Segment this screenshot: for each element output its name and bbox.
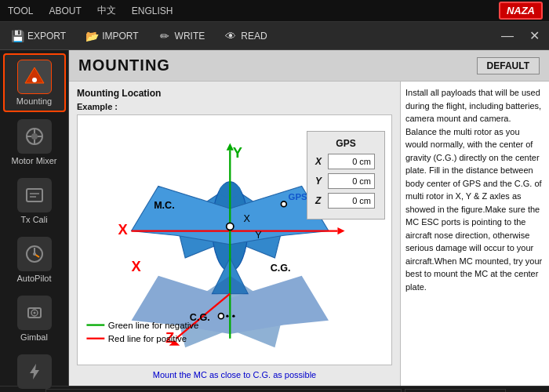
control-mode-status: CONTROL MODE — [405, 389, 505, 393]
import-button[interactable]: 📂 IMPORT — [79, 25, 144, 47]
title-bar: TOOL ABOUT 中文 ENGLISH NAZA — [0, 0, 549, 22]
example-label: Example : — [77, 102, 392, 111]
read-icon: 👁 — [224, 29, 238, 43]
svg-text:X: X — [118, 221, 128, 238]
menu-about[interactable]: ABOUT — [47, 2, 82, 20]
default-button[interactable]: DEFAULT — [477, 57, 540, 74]
menu-tool[interactable]: TOOL — [6, 2, 35, 20]
mc-output-status: MC Output Off — [45, 389, 402, 393]
svg-text:GPS: GPS — [289, 192, 307, 201]
svg-marker-27 — [230, 276, 329, 334]
svg-point-44 — [232, 314, 235, 317]
sidebar-item-gimbal[interactable]: Gimbal — [3, 290, 66, 347]
main-layout: Mounting Motor Mixer — [0, 50, 549, 386]
svg-text:Green line for negative: Green line for negative — [108, 321, 198, 330]
diagram-area: X Y Z X — [77, 114, 392, 365]
naza-logo: NAZA — [499, 2, 543, 20]
gps-x-row: X — [315, 154, 376, 169]
gps-y-row: Y — [315, 173, 376, 189]
gps-x-label: X — [315, 156, 328, 167]
gps-panel: GPS X Y Z — [307, 131, 385, 220]
svg-point-14 — [33, 252, 36, 256]
import-icon: 📂 — [85, 29, 99, 43]
mounting-left: Mounting Location Example : — [69, 82, 400, 386]
gps-z-row: Z — [315, 193, 376, 209]
svg-point-3 — [31, 133, 38, 140]
svg-point-39 — [227, 223, 234, 230]
svg-point-17 — [33, 312, 35, 314]
svg-text:X: X — [132, 258, 142, 274]
read-button[interactable]: 👁 READ — [218, 25, 272, 47]
section-title: Mounting Location — [77, 88, 392, 99]
page-header: MOUNTING DEFAULT — [69, 50, 549, 82]
svg-rect-8 — [27, 189, 42, 201]
svg-point-43 — [226, 314, 228, 317]
svg-text:Red line for positive: Red line for positive — [108, 334, 187, 343]
sidebar-item-voltage[interactable]: Voltage — [3, 349, 66, 392]
menu-chinese[interactable]: 中文 — [96, 1, 118, 20]
mounting-icon — [17, 60, 52, 94]
gps-y-label: Y — [315, 176, 328, 187]
write-icon: ✏ — [158, 29, 172, 43]
sidebar-label-gimbal: Gimbal — [20, 332, 48, 342]
gimbal-icon — [17, 296, 52, 330]
svg-point-42 — [218, 314, 224, 319]
svg-text:C.G.: C.G. — [271, 263, 291, 274]
svg-text:M.C.: M.C. — [154, 200, 175, 211]
sidebar-item-motormixer[interactable]: Motor Mixer — [3, 114, 66, 171]
autopilot-icon — [17, 237, 52, 271]
close-button[interactable]: ✕ — [525, 27, 544, 45]
svg-point-46 — [281, 201, 286, 207]
sidebar-item-autopilot[interactable]: AutoPilot — [3, 231, 66, 289]
svg-text:Y: Y — [233, 144, 242, 161]
sidebar-label-motormixer: Motor Mixer — [11, 156, 56, 165]
page-title: MOUNTING — [78, 56, 170, 74]
motormixer-icon — [17, 119, 52, 154]
mount-note: Mount the MC as close to C.G. as possibl… — [77, 370, 392, 379]
write-button[interactable]: ✏ WRITE — [152, 25, 211, 47]
gps-z-input[interactable] — [328, 193, 375, 209]
sidebar-item-txcali[interactable]: Tx Cali — [3, 172, 66, 230]
sidebar-label-txcali: Tx Cali — [20, 215, 47, 224]
menu-english[interactable]: ENGLISH — [130, 2, 175, 20]
voltage-icon — [17, 354, 52, 389]
gps-y-input[interactable] — [328, 173, 375, 189]
description-text: Install all payloads that will be used d… — [405, 88, 542, 292]
gps-x-input[interactable] — [328, 154, 375, 169]
export-icon: 💾 — [10, 29, 24, 43]
sidebar: Mounting Motor Mixer — [0, 50, 69, 386]
svg-marker-30 — [337, 227, 344, 234]
gps-z-label: Z — [315, 195, 328, 206]
svg-marker-21 — [132, 186, 231, 244]
svg-point-1 — [32, 78, 37, 82]
svg-marker-18 — [30, 364, 39, 379]
sidebar-item-mounting[interactable]: Mounting — [3, 53, 66, 112]
right-description-panel[interactable]: Install all payloads that will be used d… — [400, 82, 549, 386]
toolbar: 💾 EXPORT 📂 IMPORT ✏ WRITE 👁 READ — ✕ — [0, 22, 549, 50]
svg-text:X: X — [243, 213, 250, 224]
window-controls: — ✕ — [496, 27, 544, 45]
txcali-icon — [17, 178, 52, 212]
export-button[interactable]: 💾 EXPORT — [5, 25, 71, 47]
gps-title: GPS — [315, 138, 376, 149]
svg-text:Y: Y — [255, 230, 262, 241]
content-area: MOUNTING DEFAULT Mounting Location Examp… — [69, 50, 549, 386]
mounting-body: Mounting Location Example : — [69, 82, 549, 386]
sidebar-label-autopilot: AutoPilot — [16, 274, 51, 283]
minimize-button[interactable]: — — [496, 27, 518, 45]
status-bar: MC Output Off CONTROL MODE Manual — [0, 386, 549, 392]
sidebar-label-mounting: Mounting — [16, 96, 52, 106]
